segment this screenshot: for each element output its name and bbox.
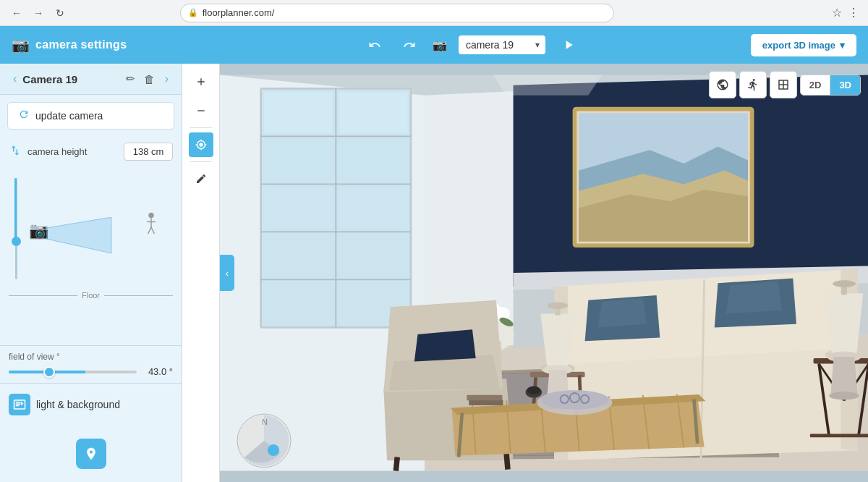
view-toolbar-strip xyxy=(182,64,220,482)
toolbar-right: export 3D image ▾ xyxy=(751,34,856,56)
lock-icon: 🔒 xyxy=(188,8,198,17)
camera-select[interactable]: camera 19 camera 18 camera 17 xyxy=(459,35,545,54)
bookmark-icon[interactable]: ☆ xyxy=(832,6,842,20)
url-text: floorplanner.com/ xyxy=(203,7,275,18)
room-render-svg xyxy=(220,64,868,482)
svg-point-79 xyxy=(829,392,859,399)
svg-rect-72 xyxy=(810,434,868,438)
camera-nav-icons: ✏ 🗑 › xyxy=(124,71,171,87)
light-bg-section: light & background xyxy=(0,383,182,426)
svg-point-76 xyxy=(833,280,856,287)
refresh-icon xyxy=(18,109,30,123)
update-camera-button[interactable]: update camera xyxy=(7,102,174,130)
svg-rect-23 xyxy=(264,140,332,181)
svg-rect-22 xyxy=(339,92,407,133)
camera-slider-viz: 📷 xyxy=(9,172,173,288)
refresh-button[interactable]: ↻ xyxy=(52,5,68,21)
camera-beam-svg xyxy=(46,217,119,261)
svg-text:N: N xyxy=(262,418,268,426)
camera-small-icon: 📷 xyxy=(433,38,447,52)
menu-icon[interactable]: ⋮ xyxy=(848,6,859,20)
toolbar-left: 📷 camera settings xyxy=(12,36,192,54)
left-sidebar: ‹ Camera 19 ✏ 🗑 › update camera xyxy=(0,64,182,482)
camera-body-icon: 📷 xyxy=(29,221,48,240)
svg-marker-55 xyxy=(726,281,782,313)
export-arrow-icon: ▾ xyxy=(840,40,845,51)
update-camera-label: update camera xyxy=(35,110,103,122)
camera-delete-button[interactable]: 🗑 xyxy=(142,71,156,87)
svg-rect-25 xyxy=(264,187,332,229)
strip-divider-1 xyxy=(190,127,212,128)
svg-rect-24 xyxy=(339,140,407,181)
svg-rect-97 xyxy=(467,395,502,401)
light-bg-icon xyxy=(9,394,30,415)
main-area: ‹ Camera 19 ✏ 🗑 › update camera xyxy=(0,64,868,482)
floor-label-row: Floor xyxy=(9,291,173,300)
target-person-icon xyxy=(144,212,158,237)
nav-compass[interactable]: N xyxy=(236,413,292,469)
light-background-button[interactable]: light & background xyxy=(9,391,120,418)
svg-rect-26 xyxy=(339,187,407,229)
forward-button[interactable]: → xyxy=(30,5,46,21)
svg-marker-46 xyxy=(414,329,476,361)
svg-line-5 xyxy=(151,227,155,234)
svg-point-63 xyxy=(548,303,568,309)
remove-button[interactable] xyxy=(189,98,213,123)
orbit-view-button[interactable] xyxy=(709,71,736,98)
crosshair-button[interactable] xyxy=(189,132,213,157)
top-toolbar: 📷 camera settings 📷 camera 19 camera 18 … xyxy=(0,26,868,64)
2d-view-button[interactable]: 2D xyxy=(801,75,831,95)
floor-line-right xyxy=(104,295,173,296)
address-bar[interactable]: 🔒 floorplanner.com/ xyxy=(180,4,614,22)
camera-icon: 📷 xyxy=(12,36,30,54)
fov-slider[interactable] xyxy=(9,371,137,373)
export-3d-button[interactable]: export 3D image ▾ xyxy=(751,34,856,56)
fov-label: field of view ° xyxy=(9,352,173,362)
fov-row: 43.0 ° xyxy=(9,366,173,377)
export-label: export 3D image xyxy=(762,40,835,51)
collapse-sidebar-button[interactable]: ‹ xyxy=(220,255,234,291)
camera-edit-button[interactable]: ✏ xyxy=(124,71,137,87)
browser-chrome: ← → ↻ 🔒 floorplanner.com/ ☆ ⋮ xyxy=(0,0,868,26)
back-button[interactable]: ← xyxy=(9,5,25,21)
camera-nav-header: ‹ Camera 19 ✏ 🗑 › xyxy=(0,64,182,95)
svg-marker-0 xyxy=(46,217,111,253)
svg-marker-53 xyxy=(598,298,647,328)
toolbar-center: 📷 camera 19 camera 18 camera 17 ▾ xyxy=(201,33,742,56)
floor-plan-button[interactable] xyxy=(770,71,797,98)
fov-value: 43.0 ° xyxy=(142,366,173,377)
right-panel: ‹ xyxy=(182,64,868,482)
camera-back-arrow[interactable]: ‹ xyxy=(10,72,20,85)
camera-height-row: camera height xyxy=(0,137,182,166)
camera-height-input[interactable] xyxy=(124,143,173,161)
camera-height-icon xyxy=(9,144,22,160)
pencil-button[interactable] xyxy=(189,166,213,191)
camera-viz-area: 📷 xyxy=(0,166,182,345)
vertical-slider-thumb[interactable] xyxy=(12,237,21,246)
redo-button[interactable] xyxy=(398,33,421,56)
camera-select-wrapper[interactable]: camera 19 camera 18 camera 17 ▾ xyxy=(459,35,545,54)
vertical-slider-container xyxy=(9,172,23,288)
play-button[interactable] xyxy=(557,33,580,56)
3d-view-button[interactable]: 3D xyxy=(830,75,860,95)
add-button[interactable] xyxy=(189,69,213,94)
app-container: 📷 camera settings 📷 camera 19 camera 18 … xyxy=(0,26,868,482)
room-scene: N xyxy=(220,64,868,482)
svg-line-45 xyxy=(506,454,508,470)
camera-next-arrow[interactable]: › xyxy=(162,71,171,87)
undo-button[interactable] xyxy=(363,33,386,56)
2d-3d-toggle: 2D 3D xyxy=(800,75,861,96)
floor-line-left xyxy=(9,295,77,296)
bottom-section xyxy=(0,426,182,482)
toolbar-title: camera settings xyxy=(35,38,127,51)
camera-height-label: camera height xyxy=(27,146,118,157)
walk-view-button[interactable] xyxy=(739,71,767,98)
view-controls: 2D 3D xyxy=(709,71,861,98)
light-bg-label: light & background xyxy=(36,399,120,410)
svg-marker-78 xyxy=(830,357,858,396)
fov-section: field of view ° 43.0 ° xyxy=(0,345,182,383)
slider-fill xyxy=(14,178,17,239)
svg-point-99 xyxy=(527,386,540,394)
map-pin-button[interactable] xyxy=(76,439,106,469)
vertical-slider-track[interactable] xyxy=(15,178,17,279)
